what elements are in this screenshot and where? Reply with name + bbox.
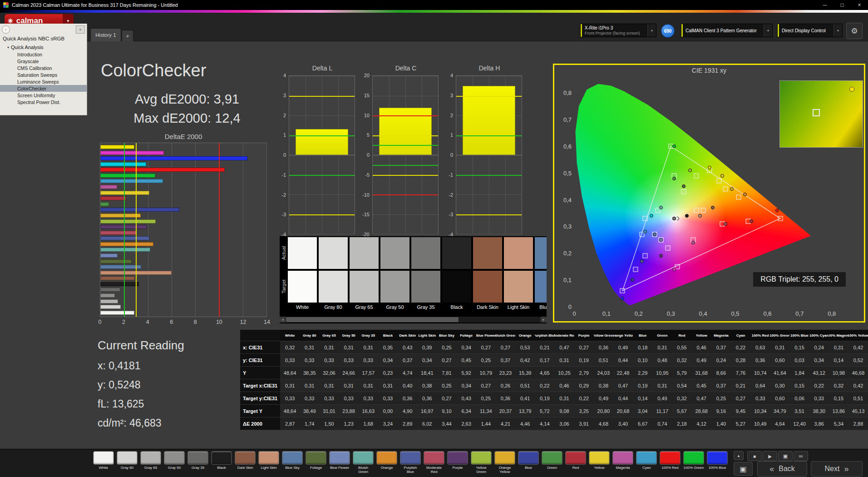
swatch-scrollbar[interactable]: ◄ ► bbox=[280, 317, 547, 323]
meter-count-badge[interactable]: 690 bbox=[661, 24, 675, 38]
table-cell: 10,79 bbox=[476, 367, 496, 379]
pattern-button-black[interactable]: Black bbox=[211, 451, 232, 474]
table-cell: 10,49 bbox=[750, 417, 770, 430]
pattern-button-purplish-blue[interactable]: Purplish Blue bbox=[400, 451, 421, 474]
axis-tick: 0 bbox=[283, 152, 286, 158]
pattern-label: 100% Green bbox=[683, 466, 704, 474]
close-button[interactable]: × bbox=[851, 0, 868, 10]
table-cell: 0,33 bbox=[809, 392, 829, 404]
pattern-button-yellow-green[interactable]: Yellow Green bbox=[471, 451, 492, 474]
pattern-window-button[interactable]: ▣ bbox=[778, 451, 793, 461]
stop-button[interactable]: ■ bbox=[747, 451, 762, 461]
display-control-dropdown[interactable]: Direct Display Control ▼ bbox=[777, 24, 843, 37]
back-button[interactable]: « Back bbox=[757, 461, 807, 477]
table-header-cyan: Cyan bbox=[731, 330, 750, 341]
meter-dropdown[interactable]: X-Rite i1Pro 3 Front Projector (facing s… bbox=[580, 24, 656, 37]
scrollbar-thumb[interactable] bbox=[286, 317, 459, 322]
pattern-button-green[interactable]: Green bbox=[542, 451, 562, 474]
sidebar-item-grayscale[interactable]: Grayscale bbox=[0, 58, 87, 65]
pattern-display-button[interactable]: ▣ bbox=[734, 462, 753, 476]
sidebar-item-introduction[interactable]: Introduction bbox=[0, 51, 87, 58]
loop-button[interactable]: ∞ bbox=[794, 451, 808, 461]
table-cell: 4,68 bbox=[594, 417, 613, 430]
table-cell: 0,44 bbox=[613, 392, 633, 404]
strip-scroll-up-button[interactable]: ▲ bbox=[734, 451, 744, 460]
table-cell: 4,46 bbox=[515, 417, 535, 430]
pattern-button-blue[interactable]: Blue bbox=[518, 451, 539, 474]
scroll-left-icon[interactable]: ◄ bbox=[280, 317, 286, 323]
scroll-right-icon[interactable]: ► bbox=[541, 317, 547, 323]
sidebar-item-colorchecker[interactable]: ColorChecker bbox=[0, 85, 87, 92]
pattern-button-orange[interactable]: Orange bbox=[376, 451, 397, 474]
minimize-button[interactable]: ─ bbox=[816, 0, 833, 10]
pattern-button-cyan[interactable]: Cyan bbox=[636, 451, 657, 474]
target-swatch-white bbox=[288, 271, 317, 303]
axis-tick: 6 bbox=[170, 319, 173, 325]
cie-measured-marker bbox=[743, 193, 747, 196]
table-cell: 1,74 bbox=[300, 417, 319, 430]
pattern-button-white[interactable]: White bbox=[93, 451, 114, 474]
pattern-button-light-skin[interactable]: Light Skin bbox=[258, 451, 279, 474]
cie-measured-marker bbox=[621, 297, 624, 300]
pattern-button-foliage[interactable]: Foliage bbox=[306, 451, 326, 474]
table-cell: 0,31 bbox=[319, 341, 339, 353]
pattern-generator-dropdown[interactable]: CalMAN Client 3 Pattern Generator ▼ bbox=[681, 24, 773, 37]
pattern-button-gray-65[interactable]: Gray 65 bbox=[140, 451, 161, 474]
pattern-swatch bbox=[471, 451, 492, 465]
table-cell: 0,27 bbox=[496, 341, 515, 353]
table-cell: 0,06 bbox=[789, 392, 809, 404]
chevron-left-icon: « bbox=[769, 465, 774, 473]
back-circle-button[interactable]: ‹ bbox=[2, 25, 10, 34]
pattern-button-blue-flower[interactable]: Blue Flower bbox=[329, 451, 350, 474]
pattern-button-red[interactable]: Red bbox=[565, 451, 586, 474]
tab-history-1[interactable]: History 1 bbox=[90, 28, 121, 41]
table-cell: 0,51 bbox=[848, 392, 868, 404]
collapse-sidebar-button[interactable]: « bbox=[76, 25, 85, 34]
play-button[interactable]: ▶ bbox=[763, 451, 777, 461]
maximize-button[interactable]: □ bbox=[833, 0, 851, 10]
cie-measured-marker bbox=[724, 222, 727, 226]
table-header-white: White bbox=[280, 330, 300, 341]
deltaE-bar-black bbox=[100, 282, 139, 286]
pattern-button-gray-80[interactable]: Gray 80 bbox=[117, 451, 138, 474]
cie-y-axis: 00,10,20,30,40,50,60,70,8 bbox=[557, 77, 572, 307]
table-row: Target Y48,6438,4931,0123,8816,630,004,9… bbox=[240, 405, 868, 417]
pattern-button-blue-sky[interactable]: Blue Sky bbox=[282, 451, 303, 474]
pattern-button-purple[interactable]: Purple bbox=[447, 451, 468, 474]
settings-button[interactable]: ⚙ bbox=[846, 23, 863, 39]
pattern-button-gray-35[interactable]: Gray 35 bbox=[187, 451, 208, 474]
sidebar-item-saturation-sweeps[interactable]: Saturation Sweeps bbox=[0, 71, 87, 78]
next-button[interactable]: Next » bbox=[811, 461, 863, 477]
table-cell: 17,57 bbox=[359, 367, 378, 379]
axis-tick: 0,4 bbox=[563, 196, 572, 203]
table-cell: 6,34 bbox=[457, 405, 476, 417]
table-cell: 0,34 bbox=[457, 379, 476, 392]
table-cell: 34,79 bbox=[770, 405, 789, 417]
pattern-button-100-blue[interactable]: 100% Blue bbox=[707, 451, 728, 474]
table-cell: 1,50 bbox=[319, 417, 339, 430]
table-cell: 0,31 bbox=[770, 341, 789, 353]
sidebar-item-quick-analysis[interactable]: ▾ Quick Analysis bbox=[0, 44, 87, 51]
top-toolbar: ✳ calman ▼ History 1 + X-Rite i1Pro 3 Fr… bbox=[0, 13, 868, 41]
pattern-button-bluish-green[interactable]: Bluish Green bbox=[353, 451, 374, 474]
cie-target-marker bbox=[723, 187, 728, 192]
sidebar-item-spectral-power-dist[interactable]: Spectral Power Dist. bbox=[0, 99, 87, 105]
axis-tick: 0,3 bbox=[667, 310, 675, 317]
table-cell: 0,52 bbox=[848, 354, 868, 366]
table-cell: 2,63 bbox=[457, 417, 476, 430]
pattern-button-dark-skin[interactable]: Dark Skin bbox=[235, 451, 256, 474]
pattern-button-orange-yellow[interactable]: Orange Yellow bbox=[494, 451, 515, 474]
sidebar-item-cms-calibration[interactable]: CMS Calibration bbox=[0, 65, 87, 71]
deltaE-bar-gray-65 bbox=[100, 299, 118, 303]
table-cell: 24,66 bbox=[339, 367, 359, 379]
pattern-button-yellow[interactable]: Yellow bbox=[589, 451, 610, 474]
pattern-button-100-red[interactable]: 100% Red bbox=[660, 451, 681, 474]
pattern-button-moderate-red[interactable]: Moderate Red bbox=[424, 451, 444, 474]
table-cell: 0,33 bbox=[319, 354, 339, 366]
pattern-button-magenta[interactable]: Magenta bbox=[612, 451, 633, 474]
sidebar-item-screen-uniformity[interactable]: Screen Uniformity bbox=[0, 92, 87, 99]
sidebar-item-luminance-sweeps[interactable]: Luminance Sweeps bbox=[0, 78, 87, 85]
add-tab-button[interactable]: + bbox=[122, 30, 133, 41]
pattern-button-100-green[interactable]: 100% Green bbox=[683, 451, 704, 474]
pattern-button-gray-50[interactable]: Gray 50 bbox=[164, 451, 185, 474]
